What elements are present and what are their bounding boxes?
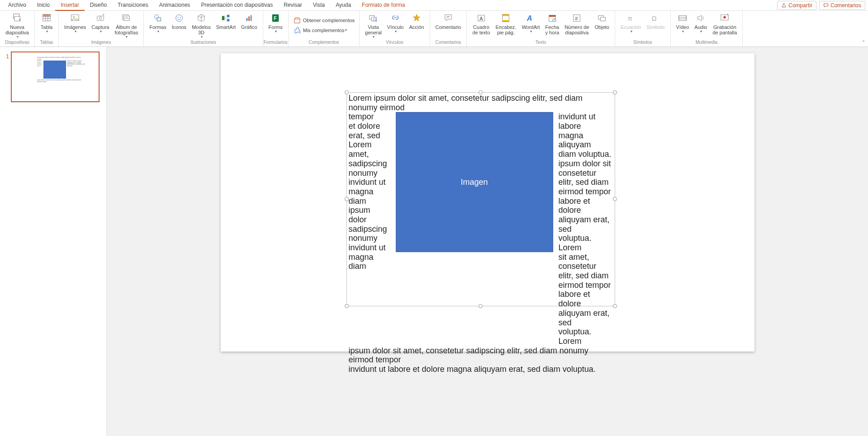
slide[interactable]: Lorem ipsum dolor sit amet, consetetur s…: [221, 53, 754, 352]
forms-button[interactable]: F Forms: [266, 12, 285, 35]
svg-rect-33: [503, 20, 509, 22]
header-footer-label: Encabez. pie pág.: [496, 24, 517, 35]
icons-button[interactable]: Iconos: [169, 12, 189, 31]
resize-handle-tr[interactable]: [613, 90, 617, 94]
zoom-button[interactable]: Vista general: [362, 12, 384, 40]
svg-rect-18: [227, 15, 230, 18]
tab-presentacion[interactable]: Presentación con diapositivas: [195, 0, 278, 11]
tab-insertar[interactable]: Insertar: [55, 0, 85, 11]
body-text-right-column: invidunt ut labore magna aliquyam diam v…: [559, 112, 613, 346]
tab-vista[interactable]: Vista: [308, 0, 330, 11]
audio-label: Audio: [694, 24, 707, 30]
ribbon: + Nueva diapositiva Diapositivas Tabla T…: [0, 11, 868, 47]
resize-handle-ml[interactable]: [345, 197, 349, 201]
selected-textbox[interactable]: Lorem ipsum dolor sit amet, consetetur s…: [346, 92, 615, 306]
comments-label: Comentarios: [830, 2, 861, 9]
tab-diseno[interactable]: Diseño: [85, 0, 112, 11]
tab-inicio[interactable]: Inicio: [32, 0, 55, 11]
resize-handle-bm[interactable]: [479, 304, 483, 308]
smartart-label: SmartArt: [216, 24, 236, 30]
pictures-label: Imágenes: [64, 24, 86, 30]
slide-thumbnail-1[interactable]: 1 Lorem ipsum dolor sit amet consetetur …: [3, 52, 104, 102]
share-icon: [781, 3, 787, 8]
header-footer-button[interactable]: Encabez. pie pág.: [493, 12, 519, 36]
audio-icon: [694, 13, 707, 23]
action-button[interactable]: Acción: [407, 12, 427, 31]
resize-handle-bl[interactable]: [345, 304, 349, 308]
shapes-label: Formas: [149, 24, 166, 30]
body-text-after: ipsum dolor sit amet, consetetur sadipsc…: [349, 346, 613, 374]
collapse-ribbon-icon[interactable]: ⌃: [862, 40, 865, 45]
svg-rect-21: [248, 16, 250, 21]
resize-handle-br[interactable]: [613, 304, 617, 308]
forms-icon: F: [269, 13, 282, 23]
photo-album-button[interactable]: Álbum de fotografías: [112, 12, 141, 40]
svg-point-8: [99, 17, 102, 19]
video-button[interactable]: Vídeo: [674, 12, 692, 35]
group-label-multimedia: Multimedia: [671, 39, 743, 46]
textbox-content: Lorem ipsum dolor sit amet, consetetur s…: [347, 93, 615, 375]
store-icon: [293, 16, 301, 24]
resize-handle-mr[interactable]: [613, 197, 617, 201]
slide-thumbnail-preview: Lorem ipsum dolor sit amet consetetur sa…: [11, 52, 100, 102]
3d-models-button[interactable]: Modelos 3D: [189, 12, 213, 40]
object-button[interactable]: Objeto: [592, 12, 612, 31]
tab-animaciones[interactable]: Animaciones: [154, 0, 196, 11]
equation-button[interactable]: π Ecuación: [618, 12, 644, 35]
calendar-icon: [546, 13, 559, 23]
album-label: Álbum de fotografías: [114, 24, 138, 35]
image-placeholder-wrapper: Imagen: [396, 112, 553, 252]
insert-comment-button[interactable]: Comentario: [433, 12, 464, 31]
wordart-button[interactable]: A WordArt: [519, 12, 542, 35]
share-button[interactable]: Compartir: [777, 1, 816, 10]
svg-text:+: +: [727, 13, 729, 17]
link-icon: [389, 13, 402, 23]
menu-bar: Archivo Inicio Insertar Diseño Transicio…: [0, 0, 868, 11]
smartart-button[interactable]: SmartArt: [213, 12, 238, 31]
svg-rect-32: [503, 14, 509, 16]
screenshot-button[interactable]: + Captura: [89, 12, 112, 35]
tab-transiciones[interactable]: Transiciones: [112, 0, 154, 11]
tab-revisar[interactable]: Revisar: [278, 0, 308, 11]
slide-number-button[interactable]: # Número de diapositiva: [562, 12, 592, 36]
addins-icon: [293, 26, 301, 34]
svg-text:+: +: [19, 18, 21, 22]
new-slide-button[interactable]: + Nueva diapositiva: [3, 12, 32, 40]
slide-canvas-area[interactable]: Lorem ipsum dolor sit amet, consetetur s…: [107, 47, 868, 436]
tab-ayuda[interactable]: Ayuda: [330, 0, 356, 11]
svg-rect-13: [157, 18, 161, 21]
image-placeholder[interactable]: Imagen: [396, 112, 553, 252]
group-label-diapositivas: Diapositivas: [0, 39, 34, 46]
screen-recording-button[interactable]: + Grabación de pantalla: [710, 12, 740, 36]
table-button[interactable]: Tabla: [38, 12, 56, 35]
svg-text:A: A: [526, 14, 532, 22]
header-footer-icon: [499, 13, 512, 23]
tab-archivo[interactable]: Archivo: [3, 0, 32, 11]
number-icon: #: [570, 13, 583, 23]
chart-icon: [243, 13, 256, 23]
chart-button[interactable]: Gráfico: [238, 12, 260, 31]
tab-formato-de-forma[interactable]: Formato de forma: [356, 0, 410, 11]
textbox-button[interactable]: A Cuadro de texto: [470, 12, 493, 36]
svg-text:F: F: [274, 16, 276, 21]
picture-icon: [69, 13, 81, 23]
my-addins-button[interactable]: Mis complementos: [291, 25, 349, 35]
icons-label: Iconos: [172, 24, 186, 30]
icons-icon: [173, 13, 185, 23]
resize-handle-tm[interactable]: [479, 90, 483, 94]
slide-thumbnails-panel: 1 Lorem ipsum dolor sit amet consetetur …: [0, 47, 107, 436]
group-imagenes: Imágenes + Captura Álbum de fotografías …: [59, 11, 144, 47]
shapes-icon: [152, 13, 164, 23]
pictures-button[interactable]: Imágenes: [62, 12, 89, 35]
audio-button[interactable]: Audio: [692, 12, 710, 35]
resize-handle-tl[interactable]: [345, 90, 349, 94]
svg-rect-41: [600, 17, 605, 21]
get-addins-button[interactable]: Obtener complementos: [291, 15, 356, 25]
object-label: Objeto: [595, 24, 609, 30]
slide-number-label: Número de diapositiva: [564, 24, 589, 35]
comments-button[interactable]: Comentarios: [819, 1, 865, 10]
datetime-button[interactable]: Fecha y hora: [543, 12, 562, 36]
symbol-button[interactable]: Ω Símbolo: [644, 12, 667, 31]
shapes-button[interactable]: Formas: [147, 12, 169, 35]
link-button[interactable]: Vínculo: [384, 12, 407, 35]
